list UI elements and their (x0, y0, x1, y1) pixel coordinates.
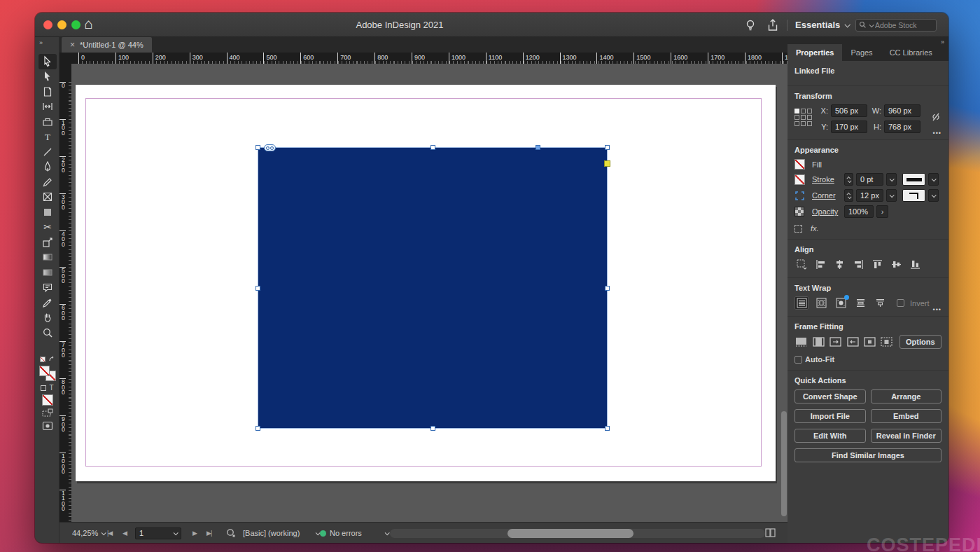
corner-shape-dropdown[interactable] (928, 189, 939, 202)
linked-content-badge[interactable] (264, 144, 276, 151)
convert-shape-button[interactable]: Convert Shape (794, 389, 866, 403)
invert-checkbox[interactable] (897, 299, 904, 307)
free-transform-tool[interactable] (38, 235, 57, 250)
wrap-bounding-box-button[interactable] (814, 296, 828, 310)
corner-radius-stepper[interactable] (844, 189, 853, 202)
align-bottom-button[interactable] (908, 258, 922, 271)
vertical-ruler[interactable]: 010020030040050060070080090010001100 (59, 64, 71, 522)
constrain-proportions-broken-link-icon[interactable] (930, 110, 941, 124)
vertical-scrollbar[interactable] (780, 65, 787, 520)
tab-pages[interactable]: Pages (842, 44, 881, 61)
jump-to-next-column-button[interactable] (873, 296, 887, 310)
content-handle-top[interactable] (536, 145, 540, 150)
opacity-slider-button[interactable]: › (876, 205, 888, 218)
wrap-object-shape-button[interactable] (834, 296, 848, 310)
stock-search[interactable] (855, 19, 937, 32)
align-top-button[interactable] (870, 258, 884, 271)
hand-tool[interactable] (38, 310, 57, 326)
view-options-icon[interactable] (42, 408, 53, 418)
minimize-window-button[interactable] (57, 20, 66, 29)
corner-label[interactable]: Corner (812, 191, 841, 200)
handle-middle-right[interactable] (605, 286, 610, 291)
stroke-style-preview[interactable] (902, 173, 925, 186)
frame-fitting-options-button[interactable]: Options (899, 335, 941, 349)
handle-bottom-right[interactable] (605, 426, 610, 431)
jump-object-button[interactable] (853, 296, 867, 310)
w-field[interactable] (888, 106, 916, 115)
page-number-select[interactable] (135, 523, 181, 543)
frame-tool[interactable] (38, 190, 57, 205)
embed-button[interactable]: Embed (871, 409, 942, 423)
y-field[interactable] (835, 123, 863, 131)
next-page-button[interactable]: ▶ (192, 523, 197, 543)
handle-top-left[interactable] (255, 145, 260, 150)
share-icon[interactable] (766, 18, 780, 32)
search-input[interactable] (875, 21, 930, 29)
stroke-label[interactable]: Stroke (812, 175, 841, 184)
selected-rectangle-frame[interactable] (258, 147, 608, 429)
handle-bottom-left[interactable] (255, 426, 260, 431)
import-file-button[interactable]: Import File (794, 409, 866, 423)
horizontal-scrollbar-thumb[interactable] (507, 529, 634, 538)
align-to-selector[interactable] (794, 258, 808, 271)
text-wrap-more-options[interactable]: ••• (933, 306, 941, 313)
tab-properties[interactable]: Properties (788, 44, 842, 61)
align-left-button[interactable] (813, 258, 827, 271)
selection-tool[interactable] (38, 54, 57, 69)
errors-status[interactable]: No errors (320, 523, 388, 543)
last-page-button[interactable]: ▶| (206, 523, 211, 543)
find-similar-images-button[interactable]: Find Similar Images (794, 448, 941, 462)
stroke-style-dropdown[interactable] (928, 173, 939, 186)
gradient-swatch-tool[interactable] (38, 250, 57, 265)
preflight-menu[interactable] (226, 523, 236, 543)
pen-tool[interactable] (38, 160, 57, 175)
zoom-tool[interactable] (38, 325, 57, 340)
content-collector-tool[interactable] (38, 114, 57, 130)
home-icon[interactable]: ⌂ (84, 15, 93, 32)
scissors-tool[interactable]: ✂ (38, 220, 57, 235)
autofit-checkbox[interactable] (794, 356, 802, 364)
handle-bottom-center[interactable] (430, 426, 435, 431)
zoom-window-button[interactable] (71, 20, 80, 29)
note-tool[interactable] (38, 280, 57, 296)
line-tool[interactable] (38, 144, 57, 160)
reference-point-grid[interactable] (794, 109, 812, 133)
document-tab[interactable]: × *Untitled-1 @ 44% (62, 37, 152, 53)
page-tool[interactable] (38, 84, 57, 99)
gap-tool[interactable] (38, 99, 57, 115)
stroke-swatch[interactable] (794, 174, 805, 185)
pencil-tool[interactable] (38, 174, 57, 190)
direct-selection-tool[interactable] (38, 69, 57, 85)
rectangle-tool[interactable] (38, 205, 57, 220)
default-fill-stroke[interactable] (40, 356, 55, 363)
first-page-button[interactable]: |◀ (107, 523, 112, 543)
fill-swatch[interactable] (794, 159, 805, 170)
fill-frame-proportionally-button[interactable] (794, 336, 808, 349)
zoom-level-control[interactable]: 44,25% (72, 523, 105, 543)
formatting-container-icon[interactable] (41, 385, 46, 391)
collapse-tools-icon[interactable]: » (39, 39, 42, 46)
fill-stroke-indicator[interactable] (39, 366, 56, 381)
x-field[interactable] (835, 106, 863, 115)
h-field[interactable] (888, 123, 916, 131)
align-center-horizontal-button[interactable] (832, 258, 846, 271)
corner-radius-field[interactable] (860, 191, 879, 200)
handle-top-right[interactable] (605, 145, 610, 150)
stroke-weight-dropdown[interactable] (886, 173, 897, 186)
eyedropper-tool[interactable] (38, 295, 57, 310)
center-content-button[interactable] (863, 336, 876, 349)
formatting-text-icon[interactable]: T (49, 384, 53, 392)
no-text-wrap-button[interactable] (794, 296, 808, 310)
stroke-weight-stepper[interactable] (844, 173, 853, 186)
vertical-scrollbar-thumb[interactable] (781, 411, 787, 516)
opacity-label[interactable]: Opacity (812, 207, 841, 216)
learn-bulb-icon[interactable] (743, 18, 757, 32)
spread-view-icon[interactable] (765, 528, 776, 537)
tab-cc-libraries[interactable]: CC Libraries (881, 44, 941, 61)
type-tool[interactable]: T (38, 130, 57, 145)
gradient-feather-tool[interactable] (38, 265, 57, 280)
opacity-field[interactable] (848, 207, 869, 216)
preflight-profile-select[interactable]: [Basic] (working) (243, 523, 319, 543)
close-tab-icon[interactable]: × (70, 40, 75, 50)
corner-shape-preview[interactable] (902, 189, 925, 202)
